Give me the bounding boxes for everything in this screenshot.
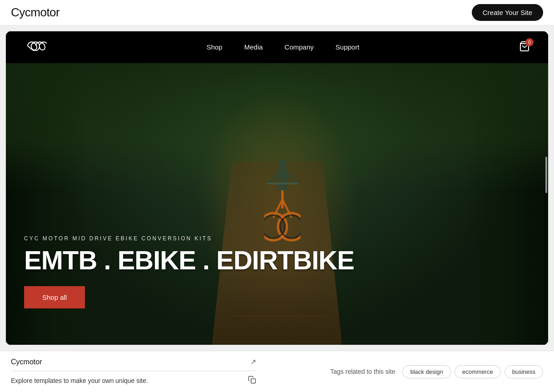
site-preview-frame: Shop Media Company Support 0 xyxy=(5,31,549,345)
bottom-bar: Cycmotor ↗ Explore templates to make you… xyxy=(0,351,554,392)
explore-row: Explore templates to make your own uniqu… xyxy=(11,376,256,386)
svg-rect-13 xyxy=(251,379,256,383)
svg-line-3 xyxy=(268,174,277,184)
site-nav: Shop Media Company Support 0 xyxy=(6,31,548,63)
cart-badge: 0 xyxy=(525,38,534,46)
svg-line-4 xyxy=(288,174,297,184)
tags-label: Tags related to this site xyxy=(330,368,395,375)
scrollbar-thumb[interactable] xyxy=(545,157,547,193)
site-nav-links: Shop Media Company Support xyxy=(207,43,360,51)
top-bar-logo: Cycmotor xyxy=(11,5,59,20)
tag-ecommerce[interactable]: ecommerce xyxy=(455,365,501,378)
explore-text: Explore templates to make your own uniqu… xyxy=(11,377,148,384)
hero-subtitle: CYC MOTOR MID DRIVE EBIKE CONVERSION KIT… xyxy=(24,235,530,242)
content-wrapper: Shop Media Company Support 0 xyxy=(0,25,554,351)
svg-rect-1 xyxy=(277,168,288,190)
site-name-row: Cycmotor ↗ xyxy=(11,357,256,371)
tag-black-design[interactable]: black design xyxy=(402,365,450,378)
site-logo xyxy=(24,39,47,56)
svg-point-12 xyxy=(280,215,301,238)
nav-shop[interactable]: Shop xyxy=(207,43,223,51)
cart-icon[interactable]: 0 xyxy=(519,41,530,54)
nav-support[interactable]: Support xyxy=(336,43,360,51)
hero-title: EMTB . EBIKE . EDIRTBIKE xyxy=(24,247,530,273)
tags-section: Tags related to this site black design e… xyxy=(330,365,543,378)
hero-area: CYC MOTOR MID DRIVE EBIKE CONVERSION KIT… xyxy=(6,63,548,345)
shop-all-button[interactable]: Shop all xyxy=(24,286,85,308)
page-wrapper: Cycmotor Create Your Site Shop Media Com… xyxy=(0,0,554,392)
copy-icon[interactable] xyxy=(248,376,256,386)
top-bar: Cycmotor Create Your Site xyxy=(0,0,554,25)
tag-business[interactable]: business xyxy=(505,365,543,378)
create-site-button[interactable]: Create Your Site xyxy=(472,4,543,21)
nav-media[interactable]: Media xyxy=(244,43,263,51)
hero-content: CYC MOTOR MID DRIVE EBIKE CONVERSION KIT… xyxy=(24,235,530,308)
nav-company[interactable]: Company xyxy=(285,43,314,51)
svg-point-11 xyxy=(264,215,285,238)
external-link-icon[interactable]: ↗ xyxy=(250,357,256,366)
svg-point-2 xyxy=(278,159,287,169)
bottom-left-section: Cycmotor ↗ Explore templates to make you… xyxy=(11,357,256,386)
site-name-text: Cycmotor xyxy=(11,358,42,366)
